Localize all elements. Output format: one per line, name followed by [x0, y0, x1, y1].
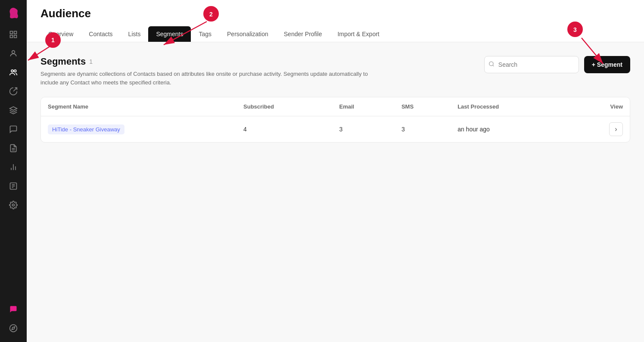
table-header-row: Segment Name Subscribed Email SMS Last P… — [41, 97, 630, 116]
svg-point-5 — [11, 70, 13, 72]
sidebar-icon-campaigns[interactable] — [5, 83, 22, 100]
page-title: Audience — [40, 7, 630, 20]
cell-subscribed: 4 — [236, 116, 333, 143]
add-segment-button[interactable]: + Segment — [584, 56, 630, 73]
sidebar-icon-analytics[interactable] — [5, 159, 22, 176]
tab-tags[interactable]: Tags — [191, 26, 219, 42]
col-header-view: View — [570, 97, 630, 116]
svg-rect-1 — [14, 31, 17, 34]
svg-point-18 — [10, 325, 17, 332]
logo-icon[interactable] — [6, 5, 21, 21]
sidebar-icon-contacts[interactable] — [5, 45, 22, 62]
cell-sms: 3 — [395, 116, 451, 143]
svg-line-21 — [493, 65, 494, 66]
svg-marker-7 — [10, 107, 17, 110]
svg-rect-3 — [14, 35, 17, 38]
section-info: Segments 1 Segments are dynamic collecti… — [40, 56, 484, 87]
sidebar-icon-chat[interactable] — [5, 301, 22, 318]
section-header: Segments 1 Segments are dynamic collecti… — [40, 56, 630, 87]
cell-last-processed: an hour ago — [451, 116, 570, 143]
sidebar-icon-audience[interactable] — [5, 64, 22, 81]
col-header-name: Segment Name — [41, 97, 236, 116]
svg-point-6 — [14, 70, 16, 72]
content-area: Segments 1 Segments are dynamic collecti… — [27, 42, 644, 342]
col-header-email: Email — [333, 97, 395, 116]
tab-personalization[interactable]: Personalization — [219, 26, 276, 42]
sidebar — [0, 0, 27, 342]
segments-table: Segment Name Subscribed Email SMS Last P… — [40, 97, 630, 143]
svg-point-20 — [489, 62, 493, 65]
tab-lists[interactable]: Lists — [121, 26, 149, 42]
table: Segment Name Subscribed Email SMS Last P… — [41, 97, 630, 142]
segment-name-link[interactable]: HiTide - Sneaker Giveaway — [48, 124, 124, 134]
col-header-sms: SMS — [395, 97, 451, 116]
section-actions: + Segment — [484, 56, 630, 73]
search-container — [484, 56, 579, 73]
search-input[interactable] — [484, 56, 579, 73]
svg-marker-19 — [12, 326, 15, 330]
sidebar-icon-content[interactable] — [5, 177, 22, 195]
tab-sender-profile[interactable]: Sender Profile — [276, 26, 330, 42]
sidebar-icon-segments[interactable] — [5, 102, 22, 119]
section-description: Segments are dynamic collections of Cont… — [40, 70, 376, 87]
tab-overview[interactable]: Overview — [40, 26, 81, 42]
main-content: Audience Overview Contacts Lists Segment… — [27, 0, 644, 342]
page-header: Audience Overview Contacts Lists Segment… — [27, 0, 644, 42]
sidebar-icon-reports[interactable] — [5, 140, 22, 157]
sidebar-icon-settings[interactable] — [5, 196, 22, 214]
view-button[interactable]: › — [609, 122, 623, 136]
search-icon — [488, 61, 495, 68]
sidebar-icon-messages[interactable] — [5, 121, 22, 138]
table-row: HiTide - Sneaker Giveaway 4 3 3 an hour … — [41, 116, 630, 143]
nav-tabs: Overview Contacts Lists Segments Tags Pe… — [40, 26, 630, 42]
tab-import-export[interactable]: Import & Export — [330, 26, 387, 42]
svg-point-17 — [12, 204, 15, 206]
cell-email: 3 — [333, 116, 395, 143]
tab-segments[interactable]: Segments — [148, 26, 191, 42]
sidebar-icon-dashboard[interactable] — [5, 26, 22, 43]
svg-rect-0 — [10, 31, 13, 34]
sidebar-icon-compass[interactable] — [5, 320, 22, 337]
svg-point-4 — [12, 50, 15, 53]
tab-contacts[interactable]: Contacts — [81, 26, 120, 42]
cell-view: › — [570, 116, 630, 143]
cell-segment-name: HiTide - Sneaker Giveaway — [41, 116, 236, 143]
svg-rect-2 — [10, 35, 13, 38]
col-header-subscribed: Subscribed — [236, 97, 333, 116]
section-count: 1 — [89, 58, 93, 65]
section-title-row: Segments 1 — [40, 56, 484, 67]
col-header-last-processed: Last Processed — [451, 97, 570, 116]
section-title: Segments — [40, 56, 86, 67]
